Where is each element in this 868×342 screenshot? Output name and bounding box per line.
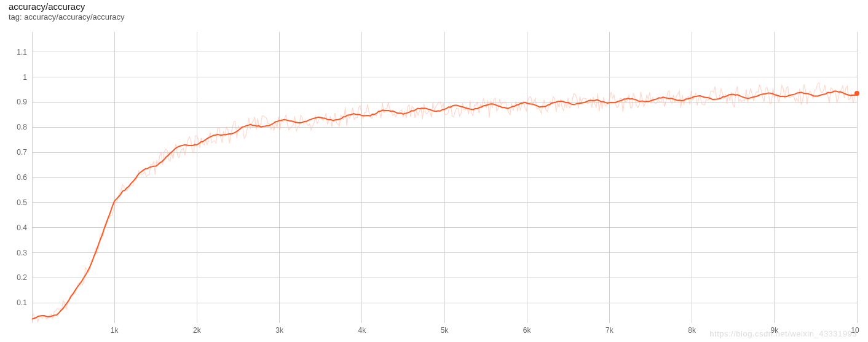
chart-title: accuracy/accuracy bbox=[9, 1, 125, 12]
chart-header: accuracy/accuracy tag: accuracy/accuracy… bbox=[9, 1, 125, 21]
x-tick-label: 10k bbox=[851, 326, 859, 335]
grid bbox=[32, 32, 857, 323]
x-tick-label: 6k bbox=[523, 326, 532, 335]
x-tick-label: 3k bbox=[275, 326, 284, 335]
line-chart-svg: 0.10.20.30.40.50.60.70.80.911.11k2k3k4k5… bbox=[9, 28, 859, 335]
y-tick-label: 0.9 bbox=[17, 98, 27, 106]
y-tick-label: 1.1 bbox=[17, 48, 27, 56]
x-tick-label: 4k bbox=[358, 326, 366, 335]
y-tick-label: 1 bbox=[23, 73, 27, 82]
y-tick-label: 0.8 bbox=[17, 123, 27, 131]
y-tick-label: 0.7 bbox=[17, 148, 27, 157]
y-tick-label: 0.6 bbox=[17, 173, 27, 182]
x-tick-label: 2k bbox=[193, 326, 202, 335]
y-tick-label: 0.1 bbox=[17, 298, 27, 307]
x-tick-label: 5k bbox=[441, 326, 449, 335]
chart-area[interactable]: 0.10.20.30.40.50.60.70.80.911.11k2k3k4k5… bbox=[9, 28, 859, 335]
x-tick-label: 7k bbox=[606, 326, 614, 335]
y-tick-label: 0.4 bbox=[17, 223, 27, 232]
y-tick-label: 0.5 bbox=[17, 198, 27, 207]
x-tick-label: 1k bbox=[111, 326, 119, 335]
y-tick-label: 0.3 bbox=[17, 249, 27, 257]
series-endpoint-dot bbox=[854, 91, 859, 96]
chart-subtitle: tag: accuracy/accuracy/accuracy bbox=[9, 12, 125, 21]
y-tick-label: 0.2 bbox=[17, 273, 27, 282]
x-tick-label: 9k bbox=[770, 326, 779, 335]
x-tick-label: 8k bbox=[688, 326, 696, 335]
